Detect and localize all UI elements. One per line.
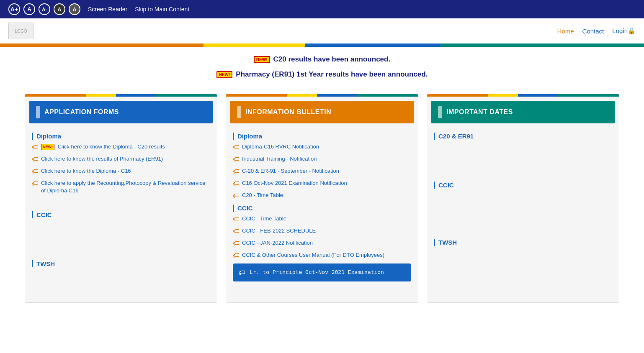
header-icon-1 <box>36 106 40 118</box>
new-badge-2: NEW! <box>216 71 233 78</box>
list-item[interactable]: 🏷 CCIC - FEB-2022 SCHEDULE <box>233 227 411 235</box>
tag-icon: 🏷 <box>233 180 240 187</box>
list-link[interactable]: CCIC & Other Courses User Manual (For DT… <box>242 251 384 259</box>
diploma-section-label-1: Diploma <box>32 133 210 140</box>
tag-icon: 🏷 <box>233 215 240 223</box>
list-link[interactable]: Click here to know the Diploma - C16 <box>41 167 131 175</box>
normal-font-button[interactable]: A <box>23 3 35 15</box>
list-link[interactable]: CCIC - JAN-2022 Notification <box>242 239 313 247</box>
tag-icon: 🏷 <box>233 192 240 200</box>
card-top-bar-2 <box>226 94 418 97</box>
tag-icon: 🏷 <box>32 180 39 187</box>
twsh-section-label-1: TWSH <box>32 260 210 267</box>
tag-icon: 🏷 <box>233 240 240 247</box>
announcement-text-1[interactable]: C20 results have been announced. <box>273 55 391 64</box>
list-item[interactable]: 🏷 C16 Oct-Nov 2021 Examination Notificat… <box>233 179 411 187</box>
login-link[interactable]: Login🔒 <box>612 27 636 35</box>
list-link[interactable]: Diploma-C16 RVRC Notification <box>242 143 319 151</box>
highlight-tag-icon: 🏷 <box>239 269 245 276</box>
application-forms-title: APPLICATION FORMS <box>44 108 119 116</box>
list-item[interactable]: 🏷 CCIC - Time Table <box>233 215 411 223</box>
color-seg-3 <box>305 43 441 47</box>
important-dates-header: IMPORTANT DATES <box>431 101 615 123</box>
highlight-link[interactable]: Lr. to Principle Oct-Nov 2021 Examinatio… <box>250 269 384 276</box>
information-bulletin-card: INFORMATION BULLETIN Diploma 🏷 Diploma-C… <box>226 94 418 303</box>
header: LOGO Home Contact Login🔒 <box>0 18 644 43</box>
card-top-bar-3 <box>427 94 619 97</box>
cards-container: APPLICATION FORMS Diploma 🏷 NEW! Click h… <box>0 90 644 315</box>
contact-link[interactable]: Contact <box>582 28 604 35</box>
dark-contrast-button[interactable]: A <box>54 3 65 15</box>
tag-icon: 🏷 <box>32 156 39 163</box>
tag-icon: 🏷 <box>233 252 240 259</box>
important-dates-card: IMPORTANT DATES C20 & ER91 CCIC TWSH <box>427 94 619 303</box>
list-link[interactable]: CCIC - FEB-2022 SCHEDULE <box>242 227 316 235</box>
important-dates-title: IMPORTANT DATES <box>446 108 513 116</box>
information-bulletin-body: Diploma 🏷 Diploma-C16 RVRC Notification … <box>226 123 418 290</box>
list-item[interactable]: 🏷 CCIC & Other Courses User Manual (For … <box>233 251 411 259</box>
c20-er91-section-label: C20 & ER91 <box>434 133 612 140</box>
list-link[interactable]: CCIC - Time Table <box>242 215 286 223</box>
announcement-text-2[interactable]: Pharmacy (ER91) 1st Year results have be… <box>236 70 428 79</box>
highlight-item[interactable]: 🏷 Lr. to Principle Oct-Nov 2021 Examinat… <box>233 263 411 281</box>
list-item[interactable]: 🏷 C-20 & ER-91 - September - Notificatio… <box>233 167 411 175</box>
application-forms-body: Diploma 🏷 NEW! Click here to know the Di… <box>25 123 217 275</box>
information-bulletin-header: INFORMATION BULLETIN <box>230 101 414 123</box>
ccic-section-label-1: CCIC <box>32 211 210 218</box>
announcement-1: NEW! C20 results have been announced. <box>0 55 644 64</box>
diploma-section-label-2: Diploma <box>233 133 411 140</box>
list-link[interactable]: Click here to apply the Recounting,Photo… <box>41 179 210 194</box>
screen-reader-link[interactable]: Screen Reader <box>88 6 127 13</box>
header-icon-2 <box>237 106 241 118</box>
tag-icon: 🏷 <box>233 228 240 235</box>
list-link[interactable]: C-20 & ER-91 - September - Notification <box>242 167 339 175</box>
skip-to-main-link[interactable]: Skip to Main Content <box>135 6 189 13</box>
important-dates-body: C20 & ER91 CCIC TWSH <box>427 123 619 253</box>
light-contrast-button[interactable]: A <box>69 3 80 15</box>
list-link[interactable]: C16 Oct-Nov 2021 Examination Notificatio… <box>242 179 347 187</box>
increase-font-button[interactable]: A+ <box>8 3 20 15</box>
list-item[interactable]: 🏷 Click here to apply the Recounting,Pho… <box>32 179 210 194</box>
list-item[interactable]: 🏷 C20 - Time Table <box>233 192 411 200</box>
list-link[interactable]: NEW! Click here to know the Diploma - C2… <box>41 143 165 151</box>
list-item[interactable]: 🏷 Industrial Training - Notification <box>233 155 411 163</box>
decrease-font-button[interactable]: A- <box>39 3 50 15</box>
list-item[interactable]: 🏷 NEW! Click here to know the Diploma - … <box>32 143 210 151</box>
color-seg-2 <box>204 43 305 47</box>
list-item[interactable]: 🏷 Diploma-C16 RVRC Notification <box>233 143 411 151</box>
color-seg-1 <box>0 43 204 47</box>
new-badge-1: NEW! <box>254 56 270 63</box>
list-item[interactable]: 🏷 CCIC - JAN-2022 Notification <box>233 239 411 247</box>
list-link[interactable]: Industrial Training - Notification <box>242 155 317 163</box>
logo: LOGO <box>8 23 33 39</box>
home-link[interactable]: Home <box>557 28 574 35</box>
announcements-section: NEW! C20 results have been announced. NE… <box>0 47 644 90</box>
card-top-bar-1 <box>25 94 217 97</box>
application-forms-card: APPLICATION FORMS Diploma 🏷 NEW! Click h… <box>25 94 217 303</box>
new-badge-inline: NEW! <box>41 144 54 150</box>
tag-icon: 🏷 <box>233 156 240 163</box>
twsh-section-label-2: TWSH <box>434 239 612 246</box>
tag-icon: 🏷 <box>32 143 39 151</box>
header-icon-3 <box>438 106 442 118</box>
tag-icon: 🏷 <box>32 168 39 175</box>
tag-icon: 🏷 <box>233 143 240 151</box>
access-bar: A+ A A- A A Screen Reader Skip to Main C… <box>0 0 644 18</box>
color-seg-4 <box>440 43 644 47</box>
list-link[interactable]: Click here to know the results of Pharma… <box>41 155 163 163</box>
list-link[interactable]: C20 - Time Table <box>242 192 283 199</box>
main-nav: Home Contact Login🔒 <box>557 27 636 35</box>
color-bar <box>0 43 644 47</box>
ccic-section-label-2: CCIC <box>233 205 411 212</box>
list-item[interactable]: 🏷 Click here to know the results of Phar… <box>32 155 210 163</box>
ccic-section-label-3: CCIC <box>434 182 612 189</box>
tag-icon: 🏷 <box>233 168 240 175</box>
application-forms-header: APPLICATION FORMS <box>29 101 213 123</box>
announcement-2: NEW! Pharmacy (ER91) 1st Year results ha… <box>0 70 644 79</box>
information-bulletin-title: INFORMATION BULLETIN <box>245 108 331 116</box>
list-item[interactable]: 🏷 Click here to know the Diploma - C16 <box>32 167 210 175</box>
